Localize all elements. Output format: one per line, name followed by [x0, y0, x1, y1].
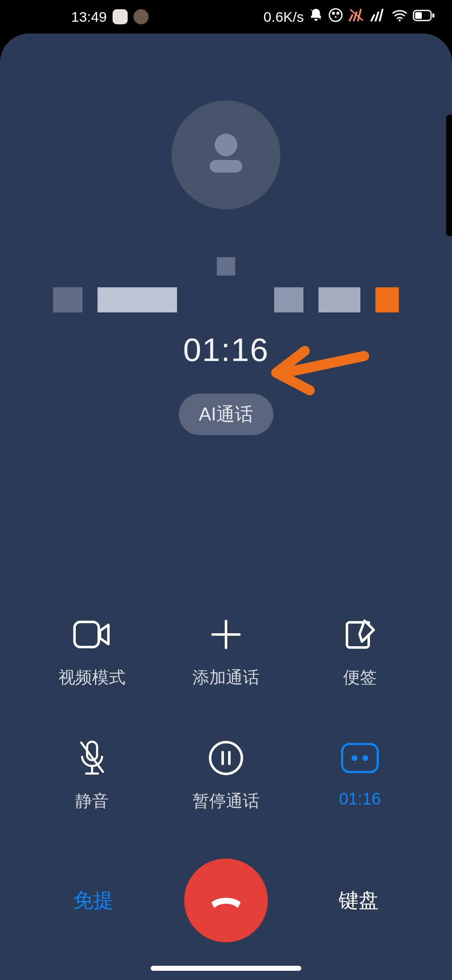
side-scroll-indicator: [446, 115, 452, 236]
recording-icon: [341, 739, 379, 777]
ai-call-label: AI通话: [199, 404, 253, 424]
record-time-label: 01:16: [339, 789, 381, 808]
plus-icon: [207, 616, 245, 653]
hold-button[interactable]: 暂停通话: [159, 739, 293, 812]
annotation-arrow-icon: [259, 343, 372, 402]
mute-label: 静音: [75, 789, 109, 812]
notes-button[interactable]: 便签: [293, 616, 427, 689]
add-call-button[interactable]: 添加通话: [159, 616, 293, 689]
hangup-button[interactable]: [184, 859, 268, 942]
keypad-label: 键盘: [339, 889, 379, 911]
keypad-button[interactable]: 键盘: [296, 887, 421, 914]
svg-rect-8: [210, 160, 242, 173]
call-screen: 01:16 AI通话 视频模式 添加通话 便签: [0, 34, 452, 980]
redact-block: [274, 287, 303, 312]
contact-name-redacted: [0, 285, 452, 315]
status-app-icon-2: [134, 9, 149, 24]
speaker-label: 免提: [73, 889, 113, 911]
call-duration: 01:16: [0, 331, 452, 369]
status-left: 13:49: [71, 9, 149, 25]
status-app-icon-1: [113, 9, 128, 24]
svg-point-3: [399, 19, 401, 21]
add-call-label: 添加通话: [193, 666, 259, 689]
speaker-button[interactable]: 免提: [31, 887, 156, 914]
dnd-icon: [309, 8, 323, 26]
svg-rect-5: [415, 12, 422, 19]
svg-point-11: [210, 742, 242, 774]
ai-call-button[interactable]: AI通话: [179, 394, 273, 435]
status-bar: 13:49 0.6K/s: [0, 0, 452, 34]
mic-off-icon: [73, 739, 111, 777]
redact-block-orange: [375, 287, 399, 312]
redact-block: [98, 287, 177, 312]
status-network-speed: 0.6K/s: [264, 9, 304, 25]
hold-label: 暂停通话: [193, 789, 259, 812]
svg-point-1: [332, 12, 335, 15]
phone-hangup-icon: [205, 879, 247, 921]
redact-block: [53, 287, 82, 312]
battery-icon: [413, 9, 435, 25]
redact-block: [318, 287, 360, 312]
video-mode-button[interactable]: 视频模式: [25, 616, 159, 689]
status-time: 13:49: [71, 9, 107, 25]
signal-2-icon: [370, 8, 387, 26]
redact-gap: [192, 287, 259, 312]
status-right: 0.6K/s: [264, 8, 435, 26]
bottom-controls: 免提 键盘: [0, 859, 452, 942]
video-icon: [73, 616, 111, 653]
face-icon: [328, 8, 343, 26]
record-button[interactable]: 01:16: [293, 739, 427, 812]
pause-circle-icon: [207, 739, 245, 777]
home-indicator[interactable]: [151, 966, 301, 971]
avatar: [172, 101, 280, 209]
notes-label: 便签: [343, 666, 377, 689]
wifi-icon: [392, 8, 408, 26]
call-actions-grid: 视频模式 添加通话 便签 静音 暂停通话: [0, 616, 452, 812]
svg-point-2: [336, 12, 339, 15]
svg-rect-6: [432, 13, 434, 18]
person-icon: [195, 124, 257, 186]
svg-rect-9: [74, 622, 99, 647]
svg-point-0: [329, 9, 342, 21]
svg-point-7: [215, 134, 237, 156]
mute-button[interactable]: 静音: [25, 739, 159, 812]
note-edit-icon: [341, 616, 379, 653]
video-mode-label: 视频模式: [59, 666, 126, 689]
redacted-marker: [217, 257, 235, 276]
signal-1-icon: [348, 8, 365, 26]
